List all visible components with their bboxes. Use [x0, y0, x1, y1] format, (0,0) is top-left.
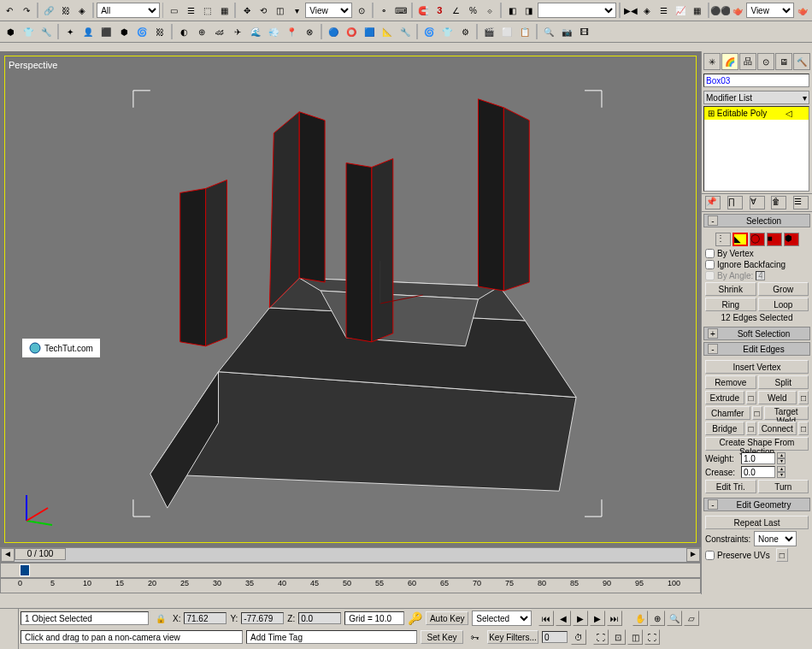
insert-vertex-button[interactable]: Insert Vertex: [705, 360, 809, 374]
repeat-last-button[interactable]: Repeat Last: [705, 516, 809, 529]
reactor-31-icon[interactable]: 🎞: [576, 23, 593, 40]
utilities-tab-icon[interactable]: 🔨: [793, 53, 810, 70]
unlink-icon[interactable]: ⛓: [57, 2, 74, 19]
key-big-icon[interactable]: 🗝: [467, 628, 484, 646]
ignore-backfacing-checkbox[interactable]: [705, 260, 715, 269]
reactor-25-icon[interactable]: ⚙: [456, 23, 474, 40]
bridge-settings-button[interactable]: □: [746, 422, 756, 435]
remove-button[interactable]: Remove: [705, 375, 756, 389]
reactor-7-icon[interactable]: ⬢: [115, 23, 132, 40]
reactor-20-icon[interactable]: 🟦: [361, 23, 378, 40]
extrude-settings-button[interactable]: □: [746, 391, 756, 404]
crease-input[interactable]: [741, 466, 775, 478]
reactor-10-icon[interactable]: ◐: [175, 23, 192, 40]
display-tab-icon[interactable]: 🖥: [775, 53, 792, 70]
create-shape-button[interactable]: Create Shape From Selection: [705, 437, 809, 451]
goto-end-icon[interactable]: ⏭: [607, 611, 622, 626]
reactor-14-icon[interactable]: 🌊: [247, 23, 264, 40]
reactor-30-icon[interactable]: 📷: [558, 23, 575, 40]
time-tag[interactable]: Add Time Tag: [246, 630, 417, 644]
weld-settings-button[interactable]: □: [798, 391, 809, 404]
next-frame-icon[interactable]: ▶: [590, 611, 605, 626]
modifier-list-dropdown[interactable]: Modifier List▾: [703, 91, 809, 104]
loop-button[interactable]: Loop: [758, 298, 809, 311]
goto-start-icon[interactable]: ⏮: [538, 611, 554, 626]
region-zoom-icon[interactable]: ◫: [627, 629, 643, 645]
time-config-icon[interactable]: ⏱: [571, 629, 586, 645]
ref-coord-icon[interactable]: ▾: [289, 2, 305, 19]
selection-rollout-header[interactable]: -Selection: [703, 214, 810, 227]
reactor-27-icon[interactable]: ⬜: [498, 23, 515, 40]
move-icon[interactable]: ✥: [238, 2, 255, 19]
material-editor-icon[interactable]: ⚫⚫: [712, 2, 729, 19]
maximize-viewport-icon[interactable]: ⛶: [644, 629, 660, 645]
time-slider-handle[interactable]: 0 / 100: [15, 548, 66, 560]
time-next-button[interactable]: ►: [686, 548, 700, 562]
show-result-icon[interactable]: ∏: [727, 196, 743, 209]
reactor-28-icon[interactable]: 📋: [516, 23, 533, 40]
reactor-18-icon[interactable]: 🔵: [325, 23, 342, 40]
edge-mode-icon[interactable]: ◣: [733, 233, 748, 246]
chamfer-button[interactable]: Chamfer: [705, 406, 750, 420]
ring-button[interactable]: Ring: [705, 298, 756, 311]
reactor-29-icon[interactable]: 🔍: [540, 23, 557, 40]
snap-icon[interactable]: 🧲: [415, 2, 432, 19]
zoom-extents-icon[interactable]: ⛶: [593, 629, 609, 645]
reactor-3-icon[interactable]: 🔧: [38, 23, 55, 40]
polygon-mode-icon[interactable]: ■: [767, 233, 782, 246]
set-key-button[interactable]: Set Key: [421, 630, 463, 644]
reactor-24-icon[interactable]: 👕: [438, 23, 456, 40]
reactor-11-icon[interactable]: ⊕: [193, 23, 210, 40]
fov-icon[interactable]: ▱: [684, 611, 699, 626]
soft-selection-rollout-header[interactable]: +Soft Selection: [703, 327, 810, 340]
x-coord-input[interactable]: [184, 612, 227, 624]
by-vertex-checkbox[interactable]: [705, 249, 715, 258]
zoom-all-icon[interactable]: ⊡: [610, 629, 626, 645]
preserve-uvs-settings-button[interactable]: □: [776, 548, 788, 562]
arc-rotate-icon[interactable]: ⊕: [650, 611, 665, 626]
time-ruler[interactable]: [0, 563, 701, 578]
rotate-icon[interactable]: ⟲: [256, 2, 272, 19]
pin-stack-icon[interactable]: 📌: [705, 196, 721, 209]
maxscript-toggle[interactable]: [0, 609, 19, 649]
scale-icon[interactable]: ◫: [272, 2, 288, 19]
vertex-mode-icon[interactable]: ⋮: [715, 233, 731, 246]
keyboard-icon[interactable]: ⌨: [392, 2, 409, 19]
weld-button[interactable]: Weld: [758, 391, 797, 404]
reactor-13-icon[interactable]: ✈: [229, 23, 246, 40]
object-name-input[interactable]: [703, 74, 809, 87]
render-scene-icon[interactable]: 🫖: [730, 2, 746, 19]
create-tab-icon[interactable]: ✳: [703, 53, 721, 70]
pivot-icon[interactable]: ⊙: [353, 2, 369, 19]
edit-tri-button[interactable]: Edit Tri.: [705, 480, 756, 493]
reactor-26-icon[interactable]: 🎬: [480, 23, 497, 40]
unique-icon[interactable]: ∀: [750, 196, 765, 209]
modify-tab-icon[interactable]: 🌈: [721, 53, 738, 70]
bind-icon[interactable]: ◈: [74, 2, 91, 19]
ref-coord-dropdown[interactable]: View: [305, 3, 352, 18]
element-mode-icon[interactable]: ⬢: [784, 233, 799, 246]
z-coord-input[interactable]: [298, 612, 341, 624]
redo-icon[interactable]: ↷: [19, 2, 35, 19]
modifier-item[interactable]: ⊞ Editable Poly ◁: [704, 107, 809, 120]
weight-input[interactable]: [741, 452, 775, 464]
render-dropdown[interactable]: View: [746, 3, 793, 18]
named-selection-dropdown[interactable]: [538, 3, 616, 18]
target-weld-button[interactable]: Target Weld: [764, 406, 809, 420]
undo-icon[interactable]: ↶: [2, 2, 18, 19]
turn-button[interactable]: Turn: [758, 480, 809, 493]
named-sel-icon[interactable]: ◧: [504, 2, 521, 19]
curve-editor-icon[interactable]: 📈: [673, 2, 689, 19]
percent-snap-icon[interactable]: %: [465, 2, 481, 19]
lock-selection-icon[interactable]: 🔒: [152, 610, 169, 627]
quick-render-icon[interactable]: 🫖: [795, 2, 811, 19]
connect-button[interactable]: Connect: [758, 422, 797, 435]
modifier-stack[interactable]: ⊞ Editable Poly ◁: [703, 106, 809, 192]
auto-key-button[interactable]: Auto Key: [426, 611, 468, 625]
key-filters-button[interactable]: Key Filters...: [487, 630, 538, 644]
reactor-21-icon[interactable]: 📐: [379, 23, 396, 40]
select-icon[interactable]: ▭: [166, 2, 182, 19]
window-crossing-icon[interactable]: ▦: [216, 2, 232, 19]
extrude-button[interactable]: Extrude: [705, 391, 744, 404]
hierarchy-tab-icon[interactable]: 品: [739, 53, 756, 70]
